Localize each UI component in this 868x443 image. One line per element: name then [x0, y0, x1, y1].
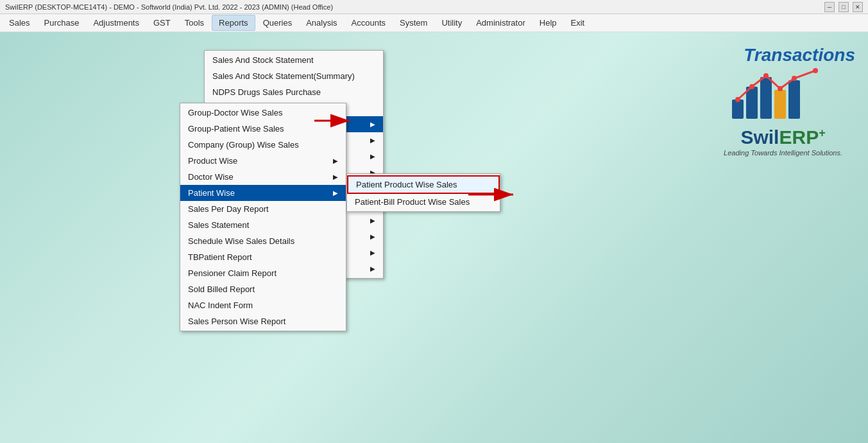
transactions-label: Transactions: [744, 45, 855, 65]
submenu-arrow-books: ▶: [370, 217, 375, 224]
logo-area: SwilERP+ Leading Towards Intelligent Sol…: [724, 64, 842, 157]
menu-analysis[interactable]: Analysis: [300, 15, 343, 30]
arrow-product-wise: ▶: [333, 157, 338, 164]
submenu-sold-billed[interactable]: Sold Billed Report: [180, 281, 346, 297]
submenu-patient-bill-product-wise[interactable]: Patient-Bill Product Wise Sales: [347, 194, 500, 210]
logo-text: SwilERP+: [724, 127, 842, 147]
title-bar: SwiIERP (DESKTOP-MCE14T4) - DEMO - Softw…: [0, 0, 868, 14]
window-controls: ─ □ ✕: [824, 2, 863, 12]
menu-exit[interactable]: Exit: [565, 15, 591, 30]
submenu-product-wise[interactable]: Product Wise ▶: [180, 153, 346, 169]
svg-rect-4: [788, 80, 800, 119]
submenu-patient-product-wise-sales[interactable]: Patient Product Wise Sales: [347, 175, 500, 194]
maximize-button[interactable]: □: [838, 2, 849, 12]
logo-chart-svg: [726, 64, 841, 122]
menu-item-sales-stock-summary[interactable]: Sales And Stock Statement(Summary): [205, 68, 383, 84]
title-text: SwiIERP (DESKTOP-MCE14T4) - DEMO - Softw…: [5, 3, 333, 11]
menu-utility[interactable]: Utility: [435, 15, 468, 30]
menu-purchase[interactable]: Purchase: [38, 15, 86, 30]
menu-sales[interactable]: Sales: [3, 15, 37, 30]
submenu-group-patient[interactable]: Group-Patient Wise Sales: [180, 121, 346, 137]
logo-tagline: Leading Towards Intelligent Solutions.: [724, 149, 842, 157]
menu-item-sales-stock-statement[interactable]: Sales And Stock Statement: [205, 52, 383, 68]
submenu-arrow-price-list: ▶: [370, 265, 375, 272]
submenu-doctor-wise[interactable]: Doctor Wise ▶: [180, 169, 346, 185]
close-button[interactable]: ✕: [853, 2, 863, 12]
menu-adjustments[interactable]: Adjustments: [87, 15, 146, 30]
submenu-schedule-wise[interactable]: Schedule Wise Sales Details: [180, 233, 346, 249]
submenu-sales-person[interactable]: Sales Person Wise Report: [180, 313, 346, 329]
menu-queries[interactable]: Queries: [257, 15, 299, 30]
menu-system[interactable]: System: [393, 15, 434, 30]
arrow-doctor-wise: ▶: [333, 173, 338, 180]
submenu-nac-indent[interactable]: NAC Indent Form: [180, 297, 346, 313]
submenu-tbpatient[interactable]: TBPatient Report: [180, 249, 346, 265]
svg-point-7: [763, 73, 769, 78]
submenu-arrow-sales-analysis: ▶: [370, 121, 375, 128]
submenu-sales-statement[interactable]: Sales Statement: [180, 217, 346, 233]
minimize-button[interactable]: ─: [824, 2, 835, 12]
submenu-patient-wise[interactable]: Patient Wise ▶: [180, 185, 346, 201]
submenu-arrow-stock-reports: ▶: [370, 153, 375, 160]
svg-rect-3: [774, 90, 786, 119]
svg-point-6: [749, 84, 754, 89]
svg-point-10: [813, 68, 818, 73]
menu-tools[interactable]: Tools: [178, 15, 210, 30]
menu-gst[interactable]: GST: [147, 15, 177, 30]
submenu-arrow-inventory: ▶: [370, 249, 375, 256]
submenu-group-doctor[interactable]: Group-Doctor Wise Sales: [180, 105, 346, 121]
submenu-pensioner-claim[interactable]: Pensioner Claim Report: [180, 265, 346, 281]
patient-wise-submenu: Patient Product Wise Sales Patient-Bill …: [346, 173, 500, 212]
menu-reports[interactable]: Reports: [212, 15, 255, 31]
menu-administrator[interactable]: Administrator: [470, 15, 532, 30]
menu-item-ndps[interactable]: NDPS Drugs Sales Purchase: [205, 84, 383, 100]
svg-rect-2: [760, 77, 772, 119]
svg-point-8: [778, 86, 783, 91]
submenu-arrow-product-wise: ▶: [370, 137, 375, 144]
menu-accounts[interactable]: Accounts: [345, 15, 392, 30]
submenu-sales-per-day[interactable]: Sales Per Day Report: [180, 201, 346, 217]
svg-point-9: [792, 76, 797, 81]
main-area: Transactions SwilERP+ L: [0, 32, 868, 443]
arrow-patient-wise: ▶: [333, 189, 338, 196]
svg-rect-0: [732, 100, 744, 119]
submenu-arrow-purchase-reports: ▶: [370, 233, 375, 240]
menu-help[interactable]: Help: [533, 15, 563, 30]
submenu-company-group[interactable]: Company (Group) Wise Sales: [180, 137, 346, 153]
menu-bar: Sales Purchase Adjustments GST Tools Rep…: [0, 14, 868, 32]
svg-point-5: [735, 97, 740, 102]
sales-analysis-submenu: Group-Doctor Wise Sales Group-Patient Wi…: [180, 103, 346, 331]
